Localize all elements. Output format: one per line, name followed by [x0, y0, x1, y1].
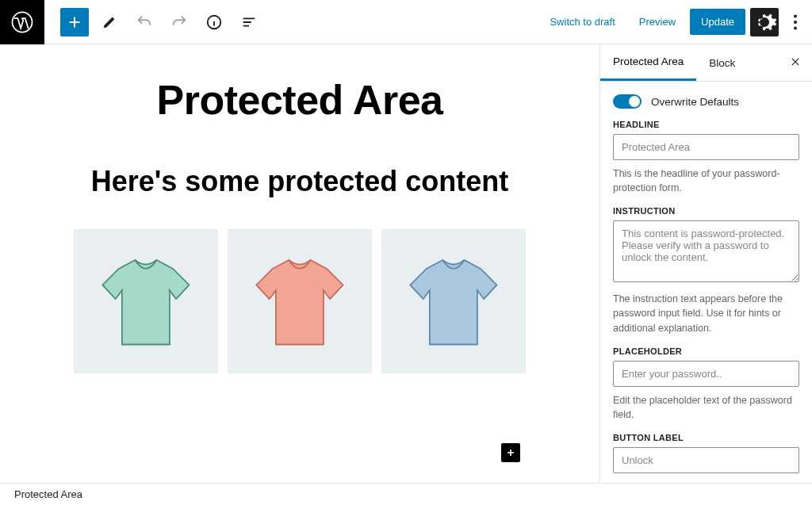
switch-to-draft-button[interactable]: Switch to draft [540, 10, 624, 34]
svg-point-3 [794, 21, 797, 24]
tshirt-red-icon [235, 236, 365, 366]
image-gallery[interactable] [74, 229, 526, 373]
list-icon [240, 13, 258, 31]
wordpress-logo[interactable] [0, 0, 44, 44]
editor-content: Protected Area Here's some protected con… [6, 44, 593, 405]
button-label-label: BUTTON LABEL [613, 433, 799, 442]
toggle-knob [629, 96, 640, 107]
body-area: Protected Area Here's some protected con… [0, 44, 812, 483]
instruction-help: The instruction text appears before the … [613, 292, 799, 335]
headline-help: This is the headline of your password-pr… [613, 166, 799, 195]
tab-block[interactable]: Block [696, 44, 748, 81]
instruction-field-group: INSTRUCTION The instruction text appears… [613, 206, 799, 335]
list-view-button[interactable] [235, 8, 263, 36]
undo-icon [136, 13, 153, 31]
plus-icon [66, 13, 83, 31]
close-sidebar-button[interactable] [779, 55, 812, 71]
sidebar-panel[interactable]: Overwrite Defaults HEADLINE This is the … [600, 82, 812, 483]
top-toolbar: Switch to draft Preview Update [0, 0, 812, 44]
settings-sidebar: Protected Area Block Overwrite Defaults … [599, 44, 812, 483]
close-icon [790, 56, 801, 67]
overwrite-defaults-label: Overwrite Defaults [651, 96, 739, 108]
svg-point-2 [794, 14, 797, 17]
add-block-button[interactable] [60, 8, 89, 36]
tshirt-blue-icon [389, 236, 519, 366]
tab-protected-area[interactable]: Protected Area [600, 44, 696, 81]
headline-field-group: HEADLINE This is the headline of your pa… [613, 120, 799, 195]
button-label-field-group: BUTTON LABEL Edit the text that appears … [613, 433, 799, 483]
info-button[interactable] [200, 8, 228, 36]
button-label-input[interactable] [613, 447, 799, 473]
sidebar-tabs: Protected Area Block [600, 44, 812, 82]
toolbar-right: Switch to draft Preview Update [540, 8, 812, 36]
headline-input[interactable] [613, 134, 799, 160]
gear-icon [750, 8, 779, 36]
toolbar-left [0, 0, 263, 44]
gallery-item[interactable] [228, 229, 372, 373]
protected-content-heading[interactable]: Here's some protected content [74, 163, 526, 201]
breadcrumb[interactable]: Protected Area [14, 488, 82, 500]
info-icon [205, 13, 223, 31]
redo-button[interactable] [165, 8, 193, 36]
overwrite-defaults-row: Overwrite Defaults [613, 94, 799, 109]
pencil-icon [101, 13, 118, 31]
inline-add-block-button[interactable] [501, 443, 520, 462]
settings-button[interactable] [750, 8, 779, 36]
instruction-label: INSTRUCTION [613, 206, 799, 216]
wordpress-icon [10, 10, 34, 34]
page-title[interactable]: Protected Area [74, 76, 526, 124]
gallery-item[interactable] [74, 229, 218, 373]
placeholder-help: Edit the placeholder text of the passwor… [613, 393, 799, 422]
overwrite-defaults-toggle[interactable] [613, 94, 642, 109]
plus-icon [504, 446, 517, 459]
instruction-textarea[interactable] [613, 220, 799, 282]
footer-breadcrumb-bar: Protected Area [0, 483, 812, 505]
headline-label: HEADLINE [613, 120, 799, 129]
undo-button[interactable] [130, 8, 159, 36]
redo-icon [170, 13, 188, 31]
svg-point-4 [794, 26, 797, 29]
placeholder-label: PLACEHOLDER [613, 346, 799, 356]
editor-canvas[interactable]: Protected Area Here's some protected con… [0, 44, 599, 483]
tshirt-green-icon [81, 236, 211, 366]
update-button[interactable]: Update [690, 9, 745, 35]
edit-mode-button[interactable] [95, 8, 124, 36]
placeholder-field-group: PLACEHOLDER Edit the placeholder text of… [613, 346, 799, 422]
preview-button[interactable]: Preview [630, 10, 685, 34]
more-options-button[interactable] [783, 8, 807, 36]
gallery-item[interactable] [381, 229, 526, 373]
placeholder-input[interactable] [613, 361, 799, 387]
kebab-icon [783, 10, 807, 34]
